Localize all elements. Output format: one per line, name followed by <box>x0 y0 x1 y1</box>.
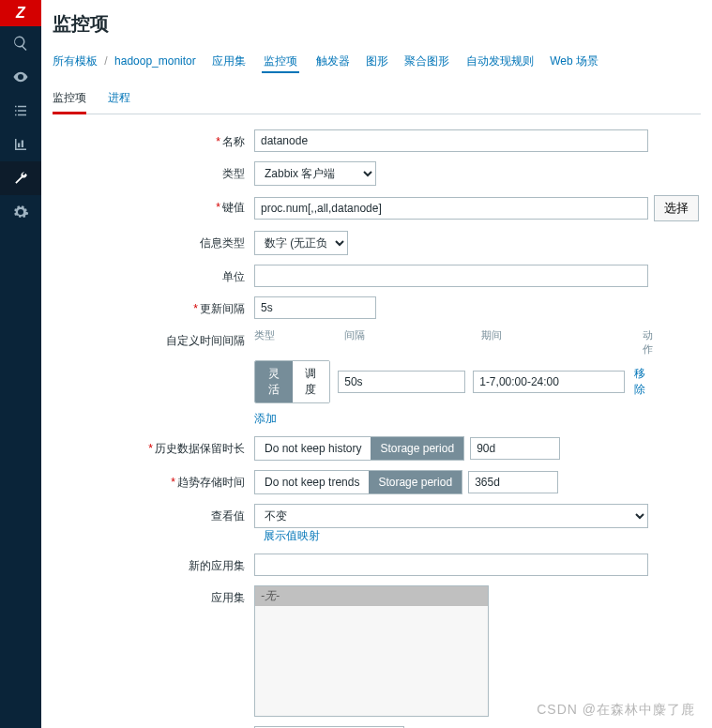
label-trends: *趋势存储时间 <box>53 470 254 491</box>
sidebar-reports[interactable] <box>0 128 41 161</box>
sidebar-admin[interactable] <box>0 195 41 229</box>
nav-web[interactable]: Web 场景 <box>550 54 598 68</box>
key-select-button[interactable]: 选择 <box>654 195 699 221</box>
label-key: *键值 <box>53 195 254 216</box>
list-icon <box>12 102 29 119</box>
ci-header-action: 动作 <box>643 328 653 356</box>
history-nokeep-button[interactable]: Do not keep history <box>255 437 371 460</box>
ci-remove-link[interactable]: 移除 <box>634 366 653 398</box>
gear-icon <box>12 204 29 220</box>
info-type-select[interactable]: 数字 (无正负) <box>254 231 348 255</box>
nav-triggers[interactable]: 触发器 <box>316 54 350 68</box>
unit-input[interactable] <box>254 265 648 287</box>
tab-item[interactable]: 监控项 <box>53 84 86 114</box>
apps-none-item[interactable]: -无- <box>255 586 488 606</box>
new-app-input[interactable] <box>254 554 648 576</box>
label-type: 类型 <box>53 161 254 182</box>
page-title: 监控项 <box>53 8 701 48</box>
ci-header-interval: 间隔 <box>344 328 481 356</box>
value-map-link[interactable]: 展示值映射 <box>264 528 320 544</box>
content: 监控项 所有模板 / hadoop_monitor 应用集 监控项 触发器 图形… <box>41 0 712 728</box>
tab-process[interactable]: 进程 <box>108 84 130 112</box>
ci-header-period: 期间 <box>481 328 643 356</box>
apps-listbox[interactable]: -无- <box>254 585 489 717</box>
label-info-type: 信息类型 <box>53 231 254 251</box>
ci-flex-button[interactable]: 灵活 <box>255 361 293 402</box>
label-custom-interval: 自定义时间间隔 <box>53 328 254 349</box>
sub-tabs: 监控项 进程 <box>53 84 701 114</box>
label-new-app: 新的应用集 <box>53 554 254 574</box>
ci-header-type: 类型 <box>254 328 344 356</box>
wrench-icon <box>12 170 29 187</box>
update-interval-input[interactable] <box>254 296 376 319</box>
nav-discovery[interactable]: 自动发现规则 <box>466 54 534 68</box>
breadcrumb-sep: / <box>104 54 107 68</box>
sidebar-config[interactable] <box>0 161 41 195</box>
label-name: *名称 <box>53 129 254 150</box>
nav-apps[interactable]: 应用集 <box>212 54 246 68</box>
label-history: *历史数据保留时长 <box>53 436 254 457</box>
history-input[interactable] <box>470 437 560 460</box>
sidebar: Z <box>0 0 41 728</box>
breadcrumb-nav-row: 所有模板 / hadoop_monitor 应用集 监控项 触发器 图形 聚合图… <box>53 48 701 75</box>
history-storage-button[interactable]: Storage period <box>371 437 463 460</box>
key-input[interactable] <box>254 197 648 220</box>
name-input[interactable] <box>254 129 648 152</box>
label-apps: 应用集 <box>53 585 254 606</box>
nav-items[interactable]: 监控项 <box>262 51 299 73</box>
label-unit: 单位 <box>53 265 254 285</box>
chart-icon <box>12 136 29 153</box>
ci-add-link[interactable]: 添加 <box>254 411 277 427</box>
trends-nokeep-button[interactable]: Do not keep trends <box>255 471 369 493</box>
trends-storage-button[interactable]: Storage period <box>369 471 462 493</box>
sidebar-inventory[interactable] <box>0 94 41 128</box>
type-select[interactable]: Zabbix 客户端 <box>254 161 376 186</box>
ci-sched-button[interactable]: 调度 <box>293 361 330 402</box>
trends-input[interactable] <box>468 471 558 493</box>
nav-graphs[interactable]: 图形 <box>366 54 388 68</box>
ci-interval-input[interactable] <box>338 371 465 393</box>
label-update-interval: *更新间隔 <box>53 296 254 317</box>
ci-period-input[interactable] <box>473 371 625 393</box>
nav-screens[interactable]: 聚合图形 <box>404 54 449 68</box>
breadcrumb-template[interactable]: hadoop_monitor <box>114 54 196 68</box>
search-icon <box>12 35 29 52</box>
watermark: CSDN @在森林中麋了鹿 <box>537 702 695 719</box>
sidebar-monitoring[interactable] <box>0 60 41 94</box>
show-value-select[interactable]: 不变 <box>254 504 648 528</box>
label-show-value: 查看值 <box>53 504 254 524</box>
breadcrumb-root[interactable]: 所有模板 <box>53 54 98 68</box>
sidebar-search[interactable] <box>0 26 41 60</box>
eye-icon <box>12 68 29 85</box>
logo[interactable]: Z <box>0 0 41 26</box>
